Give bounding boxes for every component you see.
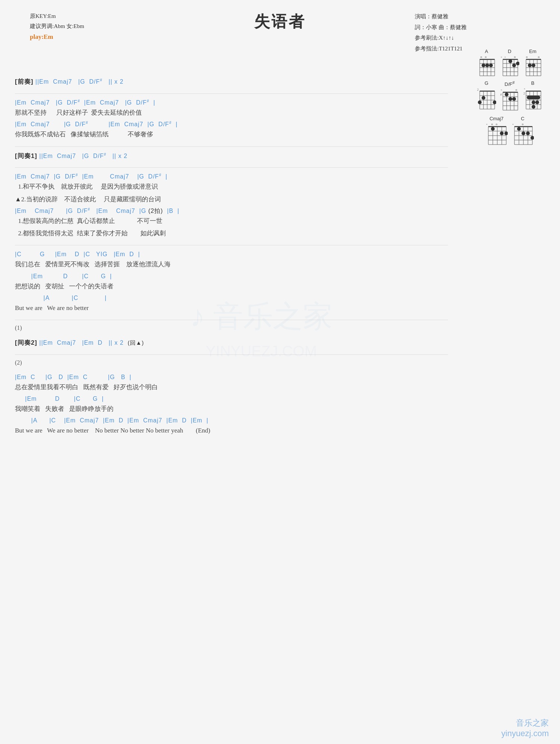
chord-box-B: B × 2 [523, 80, 542, 112]
svg-rect-87 [527, 96, 540, 99]
verse1-lyrics1: 那就不坚持 只好这样子 爱失去延续的价值 [15, 108, 448, 118]
svg-text:o: o [491, 123, 493, 126]
note1-label: (1) [15, 325, 448, 331]
play-key: play:Em [30, 31, 84, 43]
chord-row-2: G 2 [467, 80, 553, 112]
svg-text:×: × [486, 123, 488, 126]
section-interlude2: [间奏2] ||Em Cmaj7 |Em D || x 2 (回▲) [15, 338, 448, 348]
svg-point-30 [516, 62, 519, 65]
svg-point-106 [504, 131, 508, 135]
chord-name-B: B [531, 80, 535, 86]
verse2-lyric1b: ▲2.当初的说辞 不适合彼此 只是藏匿懦弱的台词 [15, 194, 448, 204]
prelude-chords: [前奏] ||Em Cmaj7 |G D/F# || x 2 [15, 77, 448, 87]
singer-label: 演唱：蔡健雅 [415, 11, 467, 22]
verse2-lyric1a: 1.和平不争执 就放开彼此 是因为骄傲或潜意识 [15, 182, 448, 192]
meta-left: 原KEY:Em 建议男调:Abm 女:Ebm play:Em [30, 11, 84, 43]
chord-grid-DFsharp: × o # [500, 88, 519, 112]
chord-box-DFsharp: D/F# × o # [500, 80, 519, 112]
svg-point-120 [522, 131, 525, 135]
svg-text:×: × [524, 87, 525, 90]
svg-text:2: 2 [523, 92, 525, 95]
svg-point-88 [532, 100, 535, 104]
svg-point-29 [512, 63, 516, 67]
svg-text:×: × [501, 56, 502, 59]
svg-point-43 [528, 63, 532, 67]
verse3-lyrics2: 我嘲笑着 失败者 是眼睁睁放手的 [15, 404, 448, 414]
svg-point-12 [482, 63, 485, 67]
svg-point-122 [531, 136, 534, 140]
chord-box-Em: Em o o [523, 49, 542, 77]
section-prelude: [前奏] ||Em Cmaj7 |G D/F# || x 2 [15, 77, 448, 87]
chord-box-G: G 2 [477, 80, 496, 112]
watermark-text1: 音乐之家 [501, 717, 549, 729]
prelude-chord-text: ||Em Cmaj7 |G D/F# || x 2 [35, 78, 124, 85]
chord-box-D: D × × o [500, 49, 519, 77]
suggestion-key: 建议男调:Abm 女:Ebm [30, 21, 84, 31]
chord-grid-Cmaj7: × o o [485, 122, 508, 146]
svg-point-73 [508, 97, 512, 101]
section-note2: (2) [15, 359, 448, 366]
main-content: [前奏] ||Em Cmaj7 |G D/F# || x 2 |Em Cmaj7… [15, 73, 448, 435]
strum-label: 参考刷法:X↑↓↑↓ [415, 32, 467, 43]
chord-row-1: A o o [467, 49, 553, 77]
svg-text:×: × [512, 123, 514, 126]
chord-name-C: C [521, 116, 524, 121]
verse3-chords3: |A |C |Em Cmaj7 |Em D |Em Cmaj7 |Em D |E… [15, 416, 448, 425]
chord-grid-C: × o [511, 122, 534, 146]
svg-text:o: o [514, 55, 516, 59]
svg-text:o: o [496, 123, 497, 126]
svg-text:o: o [516, 88, 517, 92]
chord-grid-Em: o o [523, 55, 542, 77]
svg-text:o: o [526, 55, 528, 59]
svg-text:×: × [504, 56, 506, 59]
chord-grid-D: × × o [500, 55, 519, 77]
chorus-chords2: |Em D |C G | [15, 272, 448, 281]
chord-diagrams: A o o [467, 49, 553, 150]
verse1-chords2: |Em Cmaj7 |G D/F# |Em Cmaj7 |G D/F# | [15, 120, 448, 129]
chord-box-C: C × o [511, 116, 534, 146]
verse2-chords2: |Em Cmaj7 |G D/F# |Em Cmaj7 |G (2拍) |B | [15, 207, 448, 216]
verse3-lyrics3: But we are We are no better No better No… [15, 425, 448, 435]
svg-point-56 [478, 100, 482, 104]
svg-point-121 [526, 131, 530, 135]
svg-point-28 [508, 59, 512, 63]
svg-text:o: o [485, 55, 486, 59]
svg-text:2: 2 [477, 88, 479, 92]
prelude-label: [前奏] [15, 78, 33, 85]
chord-row-3: Cmaj7 × o o [467, 116, 553, 146]
section-chorus: |C G |Em D |C YIG |Em D | 我们总在 爱情里死不悔改 选… [15, 250, 448, 313]
chorus-lyrics1: 我们总在 爱情里死不悔改 选择苦捱 放逐他漂流人海 [15, 259, 448, 269]
interlude2-chords: [间奏2] ||Em Cmaj7 |Em D || x 2 (回▲) [15, 338, 448, 348]
finger-label: 参考指法:T121T121 [415, 43, 467, 54]
chord-name-D: D [508, 49, 511, 54]
svg-text:×: × [501, 89, 502, 92]
lyricist-label: 詞：小寒 曲：蔡健雅 [415, 22, 467, 33]
chord-box-A: A o o [477, 49, 496, 77]
svg-text:o: o [480, 55, 482, 59]
chord-name-G: G [485, 80, 488, 86]
verse2-lyric2a: 1.想假装高尚的仁慈 真心话都禁止 不可一世 [15, 216, 448, 226]
chord-grid-B: × 2 [523, 87, 542, 111]
svg-text:o: o [522, 123, 523, 126]
svg-point-74 [512, 97, 516, 101]
chord-name-DFsharp: D/F# [505, 80, 515, 87]
note2-label: (2) [15, 359, 448, 366]
svg-point-89 [535, 100, 539, 104]
page: 原KEY:Em 建议男调:Abm 女:Ebm play:Em 失语者 演唱：蔡健… [0, 0, 560, 744]
meta-right: 演唱：蔡健雅 詞：小寒 曲：蔡健雅 参考刷法:X↑↓↑↓ 参考指法:T121T1… [415, 11, 467, 54]
verse1-lyrics2: 你我既炼不成钻石 像揉皱锡箔纸 不够奢侈 [15, 129, 448, 139]
chorus-chords3: |A |C | [15, 294, 448, 303]
interlude1-chords: [间奏1] ||Em Cmaj7 |G D/F# || x 2 [15, 151, 448, 161]
watermark-text2: yinyuezj.com [501, 729, 549, 738]
section-note1: (1) [15, 325, 448, 331]
verse3-chords1: |Em C |G D |Em C |G B | [15, 373, 448, 382]
section-verse1: |Em Cmaj7 |G D/F# |Em Cmaj7 |G D/F# | 那就… [15, 98, 448, 140]
svg-point-57 [493, 100, 496, 104]
verse2-lyric2b: 2.都怪我觉悟得太迟 结束了爱你才开始 如此讽刺 [15, 228, 448, 238]
original-key: 原KEY:Em [30, 11, 84, 21]
svg-text:#: # [500, 93, 502, 96]
section-verse3: |Em C |G D |Em C |G B | 总在爱情里我看不明白 既然有爱 … [15, 373, 448, 436]
chorus-lyrics2: 把想说的 变胡扯 一个个的失语者 [15, 281, 448, 291]
chord-name-A: A [485, 49, 488, 54]
svg-point-13 [485, 63, 489, 67]
